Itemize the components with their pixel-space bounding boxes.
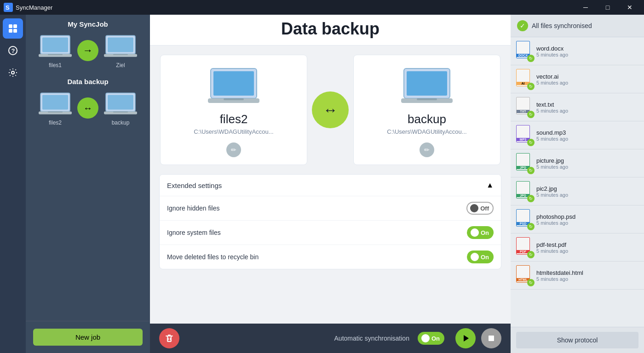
home-sidebar-button[interactable] bbox=[3, 18, 23, 39]
file-icon-wrap: JPG↻ bbox=[516, 153, 533, 173]
main-content: Data backup files2 C:\Users\WDAGUtilityA… bbox=[150, 15, 511, 353]
file-info: photoshop.psd5 minutes ago bbox=[536, 213, 638, 226]
page-title: Data backup bbox=[159, 19, 501, 39]
settings-row-recycle-bin: Move deleted files to recycle bin On bbox=[160, 245, 501, 269]
svg-marker-33 bbox=[464, 335, 469, 342]
file-time: 5 minutes ago bbox=[536, 80, 638, 85]
list-item: HTML↻htmltestdatei.html5 minutes ago bbox=[511, 262, 644, 290]
close-button[interactable]: ✕ bbox=[619, 0, 640, 15]
auto-sync-toggle-dot bbox=[421, 334, 430, 342]
toggle-label-3: On bbox=[481, 254, 489, 261]
right-panel: ✓ All files synchronised DOCX↻word.docx5… bbox=[511, 15, 644, 353]
toggle-label-2: On bbox=[481, 229, 489, 236]
new-job-button[interactable]: New job bbox=[33, 329, 143, 346]
file-time: 5 minutes ago bbox=[536, 52, 638, 57]
list-item: DOCX↻word.docx5 minutes ago bbox=[511, 37, 644, 65]
target-edit-button[interactable]: ✏ bbox=[420, 142, 434, 157]
file-icon-wrap: MP3↻ bbox=[516, 125, 533, 145]
extended-settings-header[interactable]: Extended settings ▲ bbox=[160, 175, 501, 196]
sync-bidirectional-arrow[interactable]: ↔ bbox=[312, 91, 349, 128]
job-source-label-files1: files1 bbox=[49, 62, 62, 68]
settings-label-system: Ignore system files bbox=[167, 229, 221, 236]
delete-job-button[interactable] bbox=[159, 328, 179, 348]
sync-dot: ↻ bbox=[527, 55, 535, 62]
source-edit-button[interactable]: ✏ bbox=[226, 142, 241, 157]
extended-settings-panel: Extended settings ▲ Ignore hidden files … bbox=[159, 174, 501, 269]
svg-rect-4 bbox=[9, 29, 12, 33]
svg-rect-16 bbox=[113, 54, 128, 55]
list-item: PSD↻photoshop.psd5 minutes ago bbox=[511, 205, 644, 233]
svg-rect-2 bbox=[9, 24, 12, 28]
file-name: htmltestdatei.html bbox=[536, 269, 638, 276]
file-name: pdf-test.pdf bbox=[536, 241, 638, 248]
toggle-system-files[interactable]: On bbox=[467, 226, 494, 239]
file-time: 5 minutes ago bbox=[536, 220, 638, 226]
app-icon: S bbox=[4, 3, 13, 12]
toggle-label: Off bbox=[480, 205, 489, 212]
source-path: C:\Users\WDAGUtilityAccou... bbox=[194, 128, 273, 135]
job-target-ziel[interactable]: Ziel bbox=[102, 33, 139, 68]
file-name: sound.mp3 bbox=[536, 129, 638, 136]
sync-dot: ↻ bbox=[527, 139, 535, 146]
svg-rect-3 bbox=[13, 24, 17, 28]
job-source-label-files2: files2 bbox=[49, 120, 62, 126]
sync-card-source: files2 C:\Users\WDAGUtilityAccou... ✏ bbox=[160, 55, 307, 165]
svg-rect-34 bbox=[489, 336, 494, 341]
svg-rect-24 bbox=[113, 111, 128, 112]
svg-rect-12 bbox=[48, 54, 63, 55]
sync-cards: files2 C:\Users\WDAGUtilityAccou... ✏ ↔ … bbox=[159, 55, 501, 165]
auto-sync-toggle[interactable]: On bbox=[418, 332, 444, 345]
settings-sidebar-button[interactable] bbox=[3, 63, 23, 83]
file-name: pic2.jpg bbox=[536, 185, 638, 192]
sidebar-bottom: New job bbox=[26, 321, 150, 353]
target-path: C:\Users\WDAGUtilityAccou... bbox=[387, 128, 466, 135]
help-sidebar-button[interactable]: ? bbox=[3, 40, 23, 61]
file-name: picture.jpg bbox=[536, 157, 638, 164]
sync-dot: ↻ bbox=[527, 195, 535, 202]
stop-button[interactable] bbox=[481, 328, 501, 348]
target-name: backup bbox=[408, 112, 446, 126]
toggle-hidden-files[interactable]: Off bbox=[466, 202, 494, 215]
job-target-label-ziel: Ziel bbox=[116, 62, 125, 68]
laptop-icon-backup bbox=[102, 90, 139, 118]
file-time: 5 minutes ago bbox=[536, 108, 638, 114]
laptop-icon-ziel bbox=[102, 33, 139, 60]
job-source-files2[interactable]: files2 bbox=[37, 90, 74, 126]
file-name: photoshop.psd bbox=[536, 213, 638, 220]
file-info: htmltestdatei.html5 minutes ago bbox=[536, 269, 638, 282]
job-group-title-databackup: Data backup bbox=[31, 78, 144, 85]
show-protocol-button[interactable]: Show protocol bbox=[516, 332, 638, 348]
file-info: picture.jpg5 minutes ago bbox=[536, 157, 638, 170]
svg-text:?: ? bbox=[12, 47, 15, 54]
play-button[interactable] bbox=[455, 328, 476, 348]
file-info: word.docx5 minutes ago bbox=[536, 45, 638, 57]
minimize-button[interactable]: ─ bbox=[575, 0, 596, 15]
source-name: files2 bbox=[220, 112, 248, 126]
job-arrow-mysyncjob[interactable]: → bbox=[77, 40, 98, 61]
maximize-button[interactable]: □ bbox=[597, 0, 618, 15]
sync-card-target: backup C:\Users\WDAGUtilityAccou... ✏ bbox=[353, 55, 500, 165]
job-group-title-mysyncjob: My SyncJob bbox=[31, 20, 144, 28]
job-source-files1[interactable]: files1 bbox=[37, 33, 74, 68]
file-info: pdf-test.pdf5 minutes ago bbox=[536, 241, 638, 254]
job-items-databackup: files2 ↔ backup bbox=[31, 90, 144, 126]
file-icon-wrap: DOCX↻ bbox=[516, 41, 533, 61]
stop-icon bbox=[488, 335, 495, 342]
sync-dot: ↻ bbox=[527, 223, 535, 230]
titlebar: S SyncManager ─ □ ✕ bbox=[0, 0, 644, 15]
sync-dot: ↻ bbox=[527, 279, 535, 286]
job-items-mysyncjob: files1 → Ziel bbox=[31, 33, 144, 68]
window-controls: ─ □ ✕ bbox=[575, 0, 640, 15]
list-item: MP3↻sound.mp35 minutes ago bbox=[511, 121, 644, 149]
auto-sync-toggle-label: On bbox=[431, 335, 440, 342]
laptop-icon-files2 bbox=[37, 90, 74, 118]
svg-rect-32 bbox=[417, 98, 437, 100]
extended-settings-title: Extended settings bbox=[167, 182, 222, 189]
file-list: DOCX↻word.docx5 minutes agoAI↻vector.ai5… bbox=[511, 37, 644, 327]
toggle-recycle-bin[interactable]: On bbox=[467, 251, 494, 263]
target-laptop-icon bbox=[399, 66, 454, 108]
list-item: PDF↻pdf-test.pdf5 minutes ago bbox=[511, 233, 644, 262]
job-arrow-databackup[interactable]: ↔ bbox=[77, 97, 98, 119]
job-target-backup[interactable]: backup bbox=[102, 90, 139, 126]
play-icon bbox=[461, 334, 470, 342]
